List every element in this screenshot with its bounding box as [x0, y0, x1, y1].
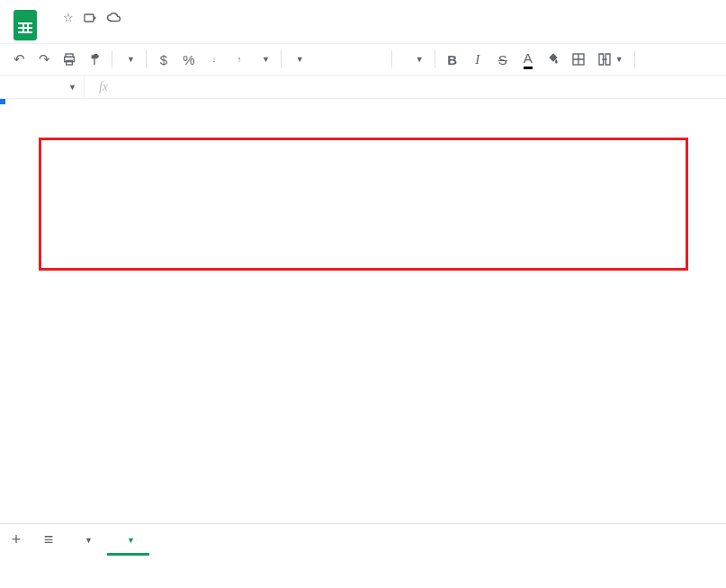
menu-extensions[interactable]: [205, 27, 218, 34]
font-size-dropdown[interactable]: ▼: [398, 49, 429, 70]
menu-help[interactable]: [220, 27, 232, 34]
star-icon[interactable]: ☆: [63, 11, 74, 25]
menu-file[interactable]: [104, 27, 117, 34]
sheet-tab-1[interactable]: ▼: [65, 524, 107, 556]
currency-button[interactable]: $: [152, 48, 175, 71]
svg-rect-0: [85, 14, 94, 22]
name-formula-bar: ▼ fx: [0, 76, 726, 99]
zoom-dropdown[interactable]: ▼: [118, 49, 140, 70]
menu-insert[interactable]: [148, 27, 160, 34]
add-sheet-button[interactable]: +: [0, 530, 32, 549]
redo-button[interactable]: ↷: [32, 48, 56, 71]
font-dropdown[interactable]: ▼: [287, 49, 386, 70]
annotation-highlight: [39, 138, 688, 271]
undo-button[interactable]: ↶: [7, 48, 31, 71]
spreadsheet-grid[interactable]: [0, 99, 726, 523]
print-button[interactable]: [58, 48, 81, 71]
last-edit-link[interactable]: [245, 27, 257, 34]
all-sheets-button[interactable]: ≡: [32, 530, 65, 549]
paint-format-button[interactable]: [83, 48, 106, 71]
menu-data[interactable]: [176, 27, 189, 34]
text-color-button[interactable]: A: [516, 48, 540, 71]
menu-bar: [43, 25, 264, 40]
doc-title[interactable]: [43, 16, 54, 20]
menu-edit[interactable]: [119, 27, 131, 34]
toolbar: ↶ ↷ ▼ $ % ↓ ↑ ▼ ▼ ▼ B I S A ▼: [0, 43, 726, 76]
name-box[interactable]: ▼: [0, 76, 85, 98]
menu-tools[interactable]: [191, 27, 203, 34]
inc-decimal-button[interactable]: ↑: [228, 48, 251, 71]
title-bar: ☆: [0, 0, 726, 43]
strike-button[interactable]: S: [491, 48, 515, 71]
selection-handle[interactable]: [0, 99, 5, 104]
dec-decimal-button[interactable]: ↓: [202, 48, 226, 71]
percent-button[interactable]: %: [177, 48, 201, 71]
move-icon[interactable]: [83, 11, 97, 25]
menu-view[interactable]: [133, 27, 146, 34]
cloud-icon[interactable]: [106, 11, 122, 25]
borders-button[interactable]: [567, 48, 590, 71]
merge-button[interactable]: ▼: [592, 49, 629, 70]
fx-icon: fx: [85, 80, 122, 94]
number-format-dropdown[interactable]: ▼: [253, 49, 275, 70]
sheet-tabs: + ≡ ▼ ▼: [0, 523, 726, 556]
fill-color-button[interactable]: [542, 48, 565, 71]
menu-format[interactable]: [162, 27, 175, 34]
italic-button[interactable]: I: [466, 48, 489, 71]
bold-button[interactable]: B: [441, 48, 464, 71]
sheets-logo[interactable]: [7, 7, 43, 43]
sheet-tab-2[interactable]: ▼: [107, 524, 149, 556]
